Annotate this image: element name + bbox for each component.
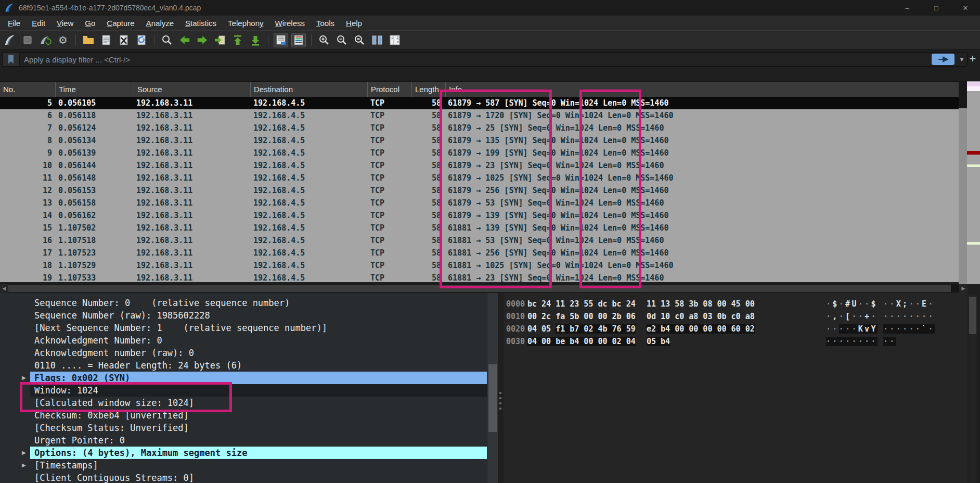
menu-file[interactable]: File [2, 19, 26, 28]
hex-ascii-group[interactable]: ········ [883, 310, 935, 323]
add-filter-button[interactable]: + [968, 51, 978, 67]
menu-telephony[interactable]: Telephony [222, 19, 269, 28]
hex-ascii-group[interactable]: ·$·#U··$ [826, 298, 878, 310]
hex-bytes-group[interactable]: 04 05 f1 b7 02 4b 76 59 [527, 323, 636, 335]
packet-list-vertical-scrollbar[interactable] [959, 81, 967, 284]
hex-bytes-group[interactable]: e2 b4 00 00 00 00 60 02 [647, 323, 755, 335]
hex-row[interactable]: 001000 2c fa 5b 00 00 2b 060d 10 c0 a8 0… [504, 310, 980, 323]
zoom-reset-icon[interactable] [352, 33, 367, 47]
packet-row[interactable]: 90.056139192.168.3.11192.168.4.5TCP58618… [0, 147, 959, 159]
menu-edit[interactable]: Edit [26, 19, 51, 28]
column-header-no[interactable]: No. [0, 82, 55, 97]
hex-row[interactable]: 0000bc 24 11 23 55 dc bc 2411 13 58 3b 0… [504, 298, 980, 310]
close-button[interactable]: ✕ [951, 0, 980, 16]
maximize-button[interactable]: □ [922, 0, 951, 16]
packet-row[interactable]: 70.056124192.168.3.11192.168.4.5TCP58618… [0, 122, 959, 134]
intelligent-scrollbar-minimap[interactable] [967, 81, 980, 284]
menu-view[interactable]: View [51, 19, 79, 28]
detail-line[interactable]: [Checksum Status: Unverified] [0, 422, 487, 434]
find-packet-magnifier-icon[interactable] [160, 33, 174, 47]
hex-ascii-group[interactable]: ·· [883, 335, 896, 348]
detail-line[interactable]: Sequence Number (raw): 1985602228 [0, 309, 487, 322]
menu-statistics[interactable]: Statistics [179, 19, 222, 28]
bytes-scrollbar-thumb[interactable] [969, 297, 976, 334]
detail-line[interactable]: Acknowledgment Number: 0 [0, 334, 487, 347]
detail-line[interactable]: [Client Contiguous Streams: 0] [0, 472, 487, 483]
column-header-info[interactable]: Info [445, 82, 980, 97]
column-header-destination[interactable]: Destination [250, 82, 367, 97]
detail-line[interactable]: Window: 1024 [0, 384, 487, 397]
menu-tools[interactable]: Tools [311, 19, 340, 28]
packet-row[interactable]: 161.107518192.168.3.11192.168.4.5TCP5861… [0, 234, 959, 247]
pane-splitter[interactable] [498, 293, 504, 483]
detail-line[interactable]: 0110 .... = Header Length: 24 bytes (6) [0, 359, 487, 372]
hex-bytes-group[interactable]: 11 13 58 3b 08 00 45 00 [647, 298, 755, 310]
packet-row[interactable]: 50.056105192.168.3.11192.168.4.5TCP58618… [0, 97, 959, 109]
hex-ascii-group[interactable]: ········ [826, 335, 878, 348]
expand-arrow-icon[interactable]: ▶ [22, 372, 26, 384]
hex-ascii-group[interactable]: ·····KvY [826, 323, 878, 335]
auto-scroll-toggle-icon[interactable] [274, 33, 288, 47]
scroll-right-arrow-icon[interactable]: ▶ [959, 284, 968, 293]
hex-bytes-group[interactable]: 05 b4 [647, 335, 670, 348]
restart-capture-icon[interactable] [38, 33, 53, 47]
reload-file-icon[interactable] [134, 33, 149, 47]
display-filter-input[interactable] [20, 55, 932, 65]
zoom-in-icon[interactable] [317, 33, 331, 47]
packet-row[interactable]: 60.056118192.168.3.11192.168.4.5TCP58618… [0, 109, 959, 122]
filter-bookmark-icon[interactable] [3, 53, 20, 66]
stop-capture-icon[interactable] [20, 33, 35, 47]
go-back-arrow-icon[interactable] [177, 33, 192, 47]
hex-ascii-group[interactable]: ······`· [883, 323, 935, 335]
packet-row[interactable]: 80.056134192.168.3.11192.168.4.5TCP58618… [0, 134, 959, 147]
go-to-packet-icon[interactable] [213, 33, 227, 47]
packet-row[interactable]: 171.107523192.168.3.11192.168.4.5TCP5861… [0, 247, 959, 259]
menu-wireless[interactable]: Wireless [269, 19, 311, 28]
hex-row[interactable]: 003004 00 be b4 00 00 02 0405 b4········… [504, 335, 980, 348]
filter-dropdown-caret-icon[interactable]: ▼ [957, 56, 967, 62]
capture-options-gear-icon[interactable]: ⚙ [56, 33, 70, 47]
close-file-icon[interactable] [117, 33, 131, 47]
scrollbar-thumb[interactable] [959, 108, 967, 284]
detail-line[interactable]: Urgent Pointer: 0 [0, 434, 487, 447]
go-forward-arrow-icon[interactable] [195, 33, 210, 47]
detail-line[interactable]: ▶Flags: 0x002 (SYN) [0, 372, 487, 384]
expand-arrow-icon[interactable]: ▶ [22, 459, 26, 472]
minimize-button[interactable]: – [893, 0, 922, 16]
expand-arrow-icon[interactable]: ▶ [22, 447, 26, 459]
hex-ascii-group[interactable]: ··X;··E· [883, 298, 935, 310]
column-header-time[interactable]: Time [55, 82, 134, 97]
hex-bytes-group[interactable]: 04 00 be b4 00 00 02 04 [527, 335, 636, 348]
column-header-source[interactable]: Source [134, 82, 250, 97]
bytes-vertical-scrollbar[interactable] [969, 295, 977, 483]
packet-list-horizontal-scrollbar[interactable]: ◀ ▶ [0, 284, 968, 293]
detail-line[interactable]: ▶Options: (4 bytes), Maximum segment siz… [0, 447, 487, 459]
hex-bytes-group[interactable]: bc 24 11 23 55 dc bc 24 [527, 298, 636, 310]
detail-line[interactable]: [Next Sequence Number: 1 (relative seque… [0, 322, 487, 334]
menu-analyze[interactable]: Analyze [140, 19, 179, 28]
column-header-protocol[interactable]: Protocol [367, 82, 411, 97]
detail-line[interactable]: [Calculated window size: 1024] [0, 397, 487, 409]
menu-capture[interactable]: Capture [101, 19, 140, 28]
menu-go[interactable]: Go [79, 19, 101, 28]
hex-row[interactable]: 002004 05 f1 b7 02 4b 76 59e2 b4 00 00 0… [504, 323, 980, 335]
open-file-folder-icon[interactable] [81, 33, 96, 47]
go-last-packet-icon[interactable] [248, 33, 263, 47]
detail-line[interactable]: Sequence Number: 0 (relative sequence nu… [0, 297, 487, 309]
start-capture-shark-fin-icon[interactable] [3, 33, 17, 47]
hex-bytes-group[interactable]: 0d 10 c0 a8 03 0b c0 a8 [647, 310, 755, 323]
packet-row[interactable]: 191.107533192.168.3.11192.168.4.5TCP5861… [0, 272, 959, 282]
packet-row[interactable]: 140.056162192.168.3.11192.168.4.5TCP5861… [0, 209, 959, 222]
hex-bytes-group[interactable]: 00 2c fa 5b 00 00 2b 06 [527, 310, 636, 323]
packet-row[interactable]: 181.107529192.168.3.11192.168.4.5TCP5861… [0, 259, 959, 272]
scroll-left-arrow-icon[interactable]: ◀ [0, 284, 8, 293]
column-header-length[interactable]: Length [411, 82, 445, 97]
detail-line[interactable]: ▶[Timestamps] [0, 459, 487, 472]
packet-row[interactable]: 120.056153192.168.3.11192.168.4.5TCP5861… [0, 184, 959, 197]
packet-row[interactable]: 151.107502192.168.3.11192.168.4.5TCP5861… [0, 222, 959, 234]
layout-columns-icon[interactable]: 123 [388, 33, 402, 47]
detail-line[interactable]: Acknowledgment number (raw): 0 [0, 347, 487, 359]
menu-help[interactable]: Help [340, 19, 368, 28]
colorize-toggle-icon[interactable] [291, 33, 306, 47]
packet-row[interactable]: 130.056158192.168.3.11192.168.4.5TCP5861… [0, 197, 959, 209]
